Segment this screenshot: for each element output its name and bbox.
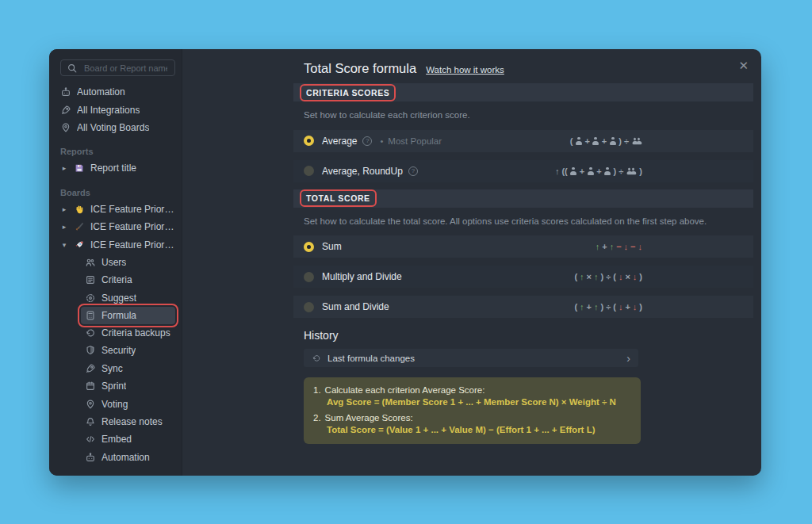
sidebar-item-label: Automation (77, 86, 125, 98)
main-panel: ✕ Total Score formula Watch how it works… (182, 49, 761, 476)
note-formula: Avg Score = (Member Score 1 + ... + Memb… (327, 396, 631, 408)
option-formula: ↑+↑−↓−↓ (596, 242, 642, 251)
radio-unselected-icon[interactable] (304, 166, 314, 176)
sidebar-item-voting[interactable]: Voting (85, 395, 175, 412)
history-icon (312, 354, 321, 363)
sidebar-item-report-title[interactable]: ▸Report title (60, 159, 175, 177)
up-arrow-icon: ↑ (596, 242, 600, 251)
sidebar-item-label: ICE Feature Prioritie... (90, 204, 175, 215)
option-formula: (++)÷ (570, 136, 642, 146)
sidebar: AutomationAll IntegrationsAll Voting Boa… (49, 49, 182, 476)
formula-text: (( (561, 166, 567, 176)
radio-selected-icon[interactable] (304, 242, 314, 252)
minus-operator: − (630, 242, 635, 251)
sidebar-item-suggest[interactable]: Suggest (85, 289, 175, 307)
sidebar-item-criteria-backups[interactable]: Criteria backups (85, 324, 175, 342)
radio-selected-icon[interactable] (304, 136, 314, 146)
sidebar-item-automation[interactable]: Automation (60, 83, 175, 101)
person-icon (609, 137, 616, 145)
option-row-average-roundup[interactable]: Average, RoundUp?↑((++)÷) (293, 160, 753, 182)
section-header-label: CRITERIA SCORES (304, 88, 392, 98)
formula-text: ) (639, 166, 642, 176)
sidebar-item-embed[interactable]: Embed (85, 430, 175, 448)
sidebar-item-ice-feature-prioritie[interactable]: ▸ICE Feature Prioritie... (60, 201, 175, 218)
people-icon (631, 137, 642, 145)
sidebar-item-security[interactable]: Security (85, 342, 175, 359)
up-arrow-icon: ↑ (594, 272, 599, 281)
automation-icon (85, 452, 96, 463)
formula-text: ) (601, 272, 604, 281)
bullet-icon: • (380, 136, 383, 146)
sidebar-item-users[interactable]: Users (85, 254, 175, 271)
help-icon[interactable]: ? (362, 136, 372, 146)
sync-icon (85, 363, 96, 374)
person-icon (575, 137, 582, 145)
formula-text: + (587, 302, 592, 312)
person-icon (636, 137, 642, 144)
down-arrow-icon: ↓ (619, 272, 623, 281)
voting-icon (85, 399, 96, 410)
history-title: History (304, 329, 753, 342)
option-label: Sum (322, 241, 342, 252)
formula-text: × (587, 272, 592, 281)
sidebar-item-label: Criteria (102, 274, 132, 285)
caret-right-icon[interactable]: ▸ (60, 223, 68, 231)
option-formula: (↑×↑)÷(↓×↓) (574, 272, 642, 281)
formula-text: ) (639, 272, 642, 281)
search-input[interactable] (82, 63, 169, 74)
option-label: Average, RoundUp (322, 166, 403, 177)
sidebar-item-label: Formula (102, 310, 136, 321)
caret-right-icon[interactable]: ▸ (60, 205, 68, 213)
watch-how-it-works-link[interactable]: Watch how it works (426, 65, 504, 75)
sidebar-item-all-voting-boards[interactable]: All Voting Boards (60, 119, 175, 136)
note-text: Calculate each criterion Average Score: (325, 384, 485, 396)
formula-text: + (580, 166, 584, 176)
down-arrow-icon: ↓ (624, 242, 629, 251)
sidebar-section-reports: Reports (60, 143, 175, 159)
sidebar-item-sync[interactable]: Sync (85, 360, 175, 377)
option-formula: ↑((++)÷) (555, 166, 642, 176)
sidebar-item-ice-feature-prioritie[interactable]: ▸ICE Feature Prioritie... (60, 218, 175, 235)
formula-text: ( (613, 302, 616, 312)
sidebar-item-automation[interactable]: Automation (85, 449, 175, 466)
users-icon (85, 257, 96, 268)
board-search[interactable] (60, 59, 175, 76)
note-item: 1.Calculate each criterion Average Score… (313, 384, 631, 408)
formula-text: ) (614, 166, 617, 176)
caret-down-icon[interactable]: ▾ (60, 241, 68, 249)
sidebar-item-criteria[interactable]: Criteria (85, 271, 175, 289)
desktop-background: AutomationAll IntegrationsAll Voting Boa… (0, 0, 812, 524)
sidebar-item-ice-feature-prioritie[interactable]: ▾ICE Feature Prioritie... (60, 235, 175, 253)
formula-text: ↑ (555, 166, 560, 176)
sidebar-item-label: Release notes (102, 416, 163, 427)
option-row-multiply-and-divide[interactable]: Multiply and Divide(↑×↑)÷(↓×↓) (293, 266, 753, 288)
sidebar-item-label: Suggest (102, 293, 136, 304)
option-label: Sum and Divide (322, 301, 389, 312)
radio-unselected-icon[interactable] (304, 272, 314, 282)
formula-text: + (625, 302, 630, 312)
last-formula-changes-row[interactable]: Last formula changes › (304, 349, 638, 367)
down-arrow-icon: ↓ (633, 302, 638, 312)
sidebar-item-label: Automation (102, 452, 150, 463)
option-row-sum[interactable]: Sum↑+↑−↓−↓ (293, 235, 753, 258)
voting-icon (60, 122, 71, 133)
sidebar-item-label: Sync (102, 363, 123, 374)
formula-text: + (602, 242, 607, 251)
note-number: 2. (313, 412, 321, 424)
rocket-emoji-icon (74, 239, 85, 251)
formula-text: × (625, 272, 630, 281)
option-row-sum-and-divide[interactable]: Sum and Divide(↑+↑)÷(↓+↓) (293, 296, 753, 318)
close-icon[interactable]: ✕ (738, 59, 749, 73)
formula-text: ( (574, 302, 577, 312)
radio-unselected-icon[interactable] (304, 302, 314, 312)
sidebar-item-all-integrations[interactable]: All Integrations (60, 101, 175, 118)
sidebar-item-release-notes[interactable]: Release notes (85, 413, 175, 430)
option-label: Multiply and Divide (322, 271, 402, 282)
option-row-average[interactable]: Average?•Most Popular(++)÷ (293, 130, 753, 152)
dagger-emoji-icon (74, 221, 85, 232)
help-icon[interactable]: ? (408, 166, 418, 176)
sidebar-item-label: Voting (102, 399, 128, 410)
sidebar-item-sprint[interactable]: Sprint (85, 377, 175, 395)
sidebar-item-formula[interactable]: Formula (81, 307, 175, 324)
caret-right-icon[interactable]: ▸ (60, 164, 68, 172)
